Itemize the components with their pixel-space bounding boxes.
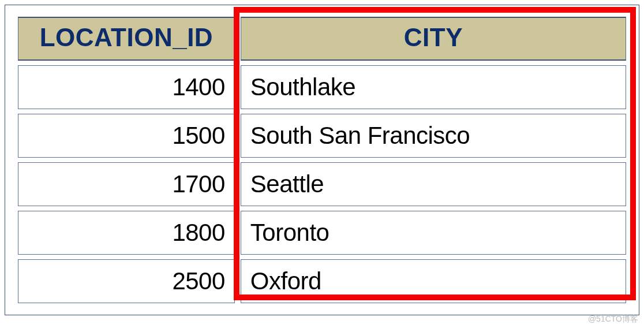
table-header-row: LOCATION_ID CITY <box>18 17 626 61</box>
table-frame: LOCATION_ID CITY 1400 Southlake 1500 Sou… <box>5 5 639 315</box>
cell-location-id: 1500 <box>18 114 235 158</box>
table-row: 1400 Southlake <box>18 65 626 109</box>
cell-city: Oxford <box>241 259 626 303</box>
table-row: 1800 Toronto <box>18 211 626 255</box>
table-row: 1700 Seattle <box>18 162 626 206</box>
cell-location-id: 1700 <box>18 162 235 206</box>
cell-location-id: 2500 <box>18 259 235 303</box>
table-row: 2500 Oxford <box>18 259 626 303</box>
cell-location-id: 1800 <box>18 211 235 255</box>
table-row: 1500 South San Francisco <box>18 114 626 158</box>
header-city: CITY <box>241 17 626 61</box>
cell-city: South San Francisco <box>241 114 626 158</box>
watermark-text: @51CTO博客 <box>588 314 638 325</box>
cell-location-id: 1400 <box>18 65 235 109</box>
header-location-id: LOCATION_ID <box>18 17 235 61</box>
locations-table: LOCATION_ID CITY 1400 Southlake 1500 Sou… <box>12 12 632 308</box>
cell-city: Toronto <box>241 211 626 255</box>
cell-city: Seattle <box>241 162 626 206</box>
cell-city: Southlake <box>241 65 626 109</box>
